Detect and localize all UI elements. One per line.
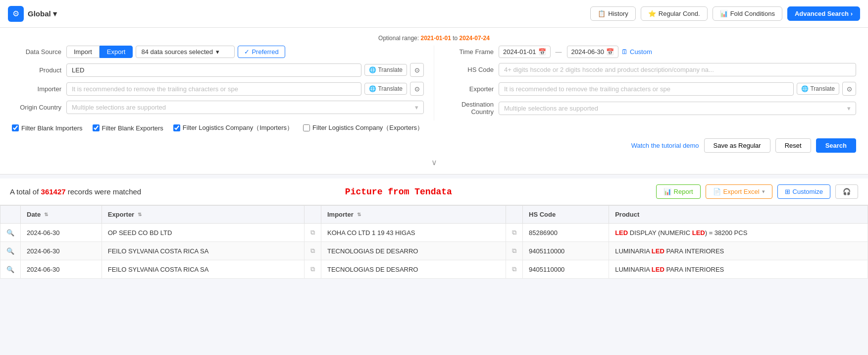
collapse-icon[interactable]: ∨ [431, 158, 437, 167]
datasource-control: Import Export 84 data sources selected ▾… [66, 46, 424, 58]
exporter-extra-icon[interactable]: ⊙ [842, 82, 856, 96]
customize-icon: ⊞ [785, 188, 790, 195]
advanced-search-button[interactable]: Advanced Search › [787, 6, 860, 21]
filter-blank-exporters-input[interactable] [93, 124, 100, 131]
row-importer-exporter: Importer 🌐 Translate ⊙ Exporter 🌐 [12, 82, 856, 101]
importer-extra-icon[interactable]: ⊙ [410, 82, 424, 96]
calendar-end-icon: 📅 [606, 48, 614, 56]
hscode-input[interactable] [499, 63, 856, 76]
dest-country-control: Multiple selections are supported ▾ [499, 102, 856, 115]
collapse-row: ∨ [12, 156, 856, 169]
copy-importer-icon[interactable]: ⧉ [512, 247, 516, 254]
importer-row: Importer 🌐 Translate ⊙ [12, 82, 424, 96]
row-copy-exporter[interactable]: ⧉ [305, 260, 321, 279]
headset-button[interactable]: 🎧 [835, 184, 858, 199]
global-chevron: ▾ [53, 9, 57, 18]
filter-blank-importers-input[interactable] [12, 124, 19, 131]
row-exporter: FEILO SYLVANIA COSTA RICA SA [102, 260, 304, 279]
product-highlight: LED [652, 266, 664, 273]
tutorial-link[interactable]: Watch the tutorial demo [631, 142, 699, 149]
importer-label: Importer [12, 85, 66, 93]
product-input[interactable] [66, 63, 361, 77]
history-icon: 📋 [598, 10, 606, 17]
product-label: Product [12, 66, 66, 74]
row-importer: TECNOLOGIAS DE DESARRO [321, 260, 506, 279]
ds-select[interactable]: 84 data sources selected ▾ [136, 46, 235, 58]
translate-importer-button[interactable]: 🌐 Translate [364, 83, 407, 95]
magnify-icon[interactable]: 🔍 [6, 266, 14, 273]
filter-blank-exporters-checkbox[interactable]: Filter Blank Exporters [93, 124, 163, 132]
translate-product-label: Translate [378, 66, 403, 73]
th-copy2 [506, 206, 523, 224]
row-copy-importer[interactable]: ⧉ [506, 224, 523, 242]
filter-logistics-exp-input[interactable] [303, 124, 310, 131]
row-search-icon[interactable]: 🔍 [0, 224, 21, 242]
import-tab[interactable]: Import [66, 46, 100, 58]
copy-importer-icon[interactable]: ⧉ [512, 265, 516, 273]
row-product: LUMINARIA LED PARA INTERIORES [609, 260, 868, 279]
sort-date-icon[interactable]: ⇅ [44, 212, 48, 217]
product-extra-icon[interactable]: ⊙ [410, 63, 424, 77]
th-date-sort[interactable]: Date ⇅ [27, 211, 96, 218]
fold-icon: 📊 [720, 10, 728, 17]
filter-blank-exporters-label: Filter Blank Exporters [102, 124, 163, 132]
dest-country-placeholder: Multiple selections are supported [504, 105, 598, 112]
fold-conditions-button[interactable]: 📊 Fold Conditions [713, 6, 782, 21]
importer-input[interactable] [66, 82, 361, 96]
translate-exporter-button[interactable]: 🌐 Translate [797, 83, 839, 95]
check-icon: ✓ [244, 48, 250, 56]
row-copy-exporter[interactable]: ⧉ [305, 224, 321, 242]
dest-country-select[interactable]: Multiple selections are supported ▾ [499, 102, 856, 115]
search-button[interactable]: Search [816, 138, 856, 153]
copy-exporter-icon[interactable]: ⧉ [310, 229, 315, 236]
checkbox-row: Filter Blank Importers Filter Blank Expo… [12, 120, 856, 135]
sort-importer-icon[interactable]: ⇅ [357, 212, 361, 217]
timeframe-label: Time Frame [444, 48, 499, 56]
global-selector[interactable]: Global ▾ [28, 9, 57, 18]
optional-range-to: to [453, 35, 458, 42]
th-importer-sort[interactable]: Importer ⇅ [327, 211, 500, 218]
tf-start-input[interactable]: 2024-01-01 📅 [499, 46, 551, 58]
copy-exporter-icon[interactable]: ⧉ [310, 265, 315, 273]
data-table: Date ⇅ Exporter ⇅ Importer ⇅ HS Code [0, 205, 868, 279]
reset-button[interactable]: Reset [775, 138, 811, 153]
row-importer: KOHA CO LTD 1 19 43 HIGAS [321, 224, 506, 242]
report-button[interactable]: 📊 Report [656, 184, 701, 199]
row-exporter: OP SEED CO BD LTD [102, 224, 304, 242]
filter-logistics-imp-checkbox[interactable]: Filter Logistics Company（Importers） [173, 123, 293, 132]
row-copy-importer[interactable]: ⧉ [506, 242, 523, 260]
regular-cond-button[interactable]: ⭐ Regular Cond. [641, 6, 708, 21]
translate-exporter-label: Translate [810, 85, 835, 92]
sort-exporter-icon[interactable]: ⇅ [138, 212, 142, 217]
translate-product-button[interactable]: 🌐 Translate [364, 64, 407, 76]
filter-logistics-exp-checkbox[interactable]: Filter Logistics Company（Exporters） [303, 123, 423, 132]
copy-importer-icon[interactable]: ⧉ [512, 229, 516, 236]
preferred-button[interactable]: ✓ Preferred [238, 46, 285, 58]
row-date: 2024-06-30 [21, 242, 102, 260]
magnify-icon[interactable]: 🔍 [6, 229, 14, 237]
customize-button[interactable]: ⊞ Customize [777, 184, 830, 199]
filter-logistics-imp-input[interactable] [173, 124, 180, 131]
row-search-icon[interactable]: 🔍 [0, 260, 21, 279]
results-prefix: A total of [10, 187, 39, 196]
right-destination: Destination Country Multiple selections … [434, 101, 856, 120]
exporter-input[interactable] [499, 82, 794, 96]
origin-country-select[interactable]: Multiple selections are supported ▾ [66, 101, 424, 114]
export-chevron-icon: ▾ [762, 188, 765, 195]
copy-exporter-icon[interactable]: ⧉ [310, 247, 315, 254]
table-row: 🔍2024-06-30FEILO SYLVANIA COSTA RICA SA⧉… [0, 242, 868, 260]
right-timeframe: Time Frame 2024-01-01 📅 — 2024-06-30 📅 🗓… [434, 46, 856, 63]
th-exporter-sort[interactable]: Exporter ⇅ [108, 211, 298, 218]
filter-blank-importers-checkbox[interactable]: Filter Blank Importers [12, 124, 83, 132]
magnify-icon[interactable]: 🔍 [6, 247, 14, 255]
custom-button[interactable]: 🗓 Custom [621, 48, 652, 56]
tf-end-value: 2024-06-30 [571, 48, 605, 56]
export-excel-button[interactable]: 📄 Export Excel ▾ [706, 184, 772, 199]
row-copy-exporter[interactable]: ⧉ [305, 242, 321, 260]
save-regular-button[interactable]: Save as Regular [704, 138, 770, 153]
export-tab[interactable]: Export [100, 46, 133, 58]
history-button[interactable]: 📋 History [590, 6, 635, 21]
row-copy-importer[interactable]: ⧉ [506, 260, 523, 279]
tf-end-input[interactable]: 2024-06-30 📅 [567, 46, 619, 58]
row-search-icon[interactable]: 🔍 [0, 242, 21, 260]
